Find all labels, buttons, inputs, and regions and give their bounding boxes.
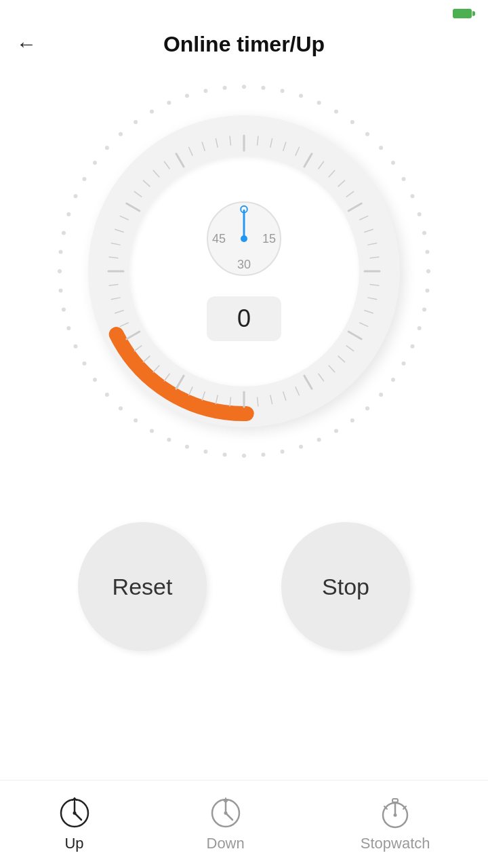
svg-point-18 — [418, 326, 422, 330]
svg-point-56 — [167, 101, 171, 105]
svg-line-113 — [143, 180, 150, 186]
svg-line-99 — [143, 356, 150, 362]
reset-button[interactable]: Reset — [78, 522, 207, 651]
svg-line-65 — [296, 147, 299, 155]
svg-point-17 — [422, 308, 426, 312]
page-title: Online timer/Up — [163, 32, 325, 57]
svg-line-90 — [258, 397, 258, 406]
svg-point-59 — [223, 85, 227, 90]
svg-line-77 — [370, 285, 379, 285]
inner-circle: 45 15 30 0 — [129, 156, 359, 387]
header: ← Online timer/Up — [0, 27, 488, 68]
tab-bar: Up Down Stopwatch — [0, 780, 488, 868]
svg-line-119 — [216, 138, 218, 147]
svg-line-101 — [127, 332, 140, 339]
svg-point-49 — [74, 194, 78, 198]
tab-stopwatch[interactable]: Stopwatch — [361, 797, 430, 852]
svg-line-70 — [346, 191, 354, 197]
svg-line-111 — [127, 203, 140, 211]
svg-point-35 — [150, 429, 154, 433]
clock-outer-ring: // We'll do this inline via JS after loa… — [54, 81, 434, 461]
svg-line-62 — [258, 136, 258, 145]
battery-icon — [453, 9, 472, 18]
svg-line-71 — [348, 203, 361, 211]
svg-line-93 — [216, 395, 218, 404]
svg-line-86 — [304, 376, 312, 389]
tab-down[interactable]: Down — [207, 797, 245, 852]
svg-point-31 — [223, 453, 227, 457]
svg-rect-129 — [392, 799, 398, 802]
svg-line-114 — [153, 170, 159, 177]
svg-point-27 — [299, 445, 303, 449]
buttons-area: Reset Stop — [0, 495, 488, 678]
svg-point-34 — [167, 437, 171, 441]
svg-line-92 — [230, 397, 230, 406]
svg-point-10 — [402, 177, 406, 181]
svg-point-46 — [58, 250, 62, 254]
svg-line-83 — [338, 356, 345, 362]
svg-point-124 — [73, 811, 76, 814]
svg-line-108 — [111, 243, 120, 245]
svg-line-95 — [189, 387, 192, 395]
svg-line-105 — [109, 285, 118, 285]
svg-line-64 — [283, 142, 286, 151]
svg-point-28 — [281, 450, 285, 454]
svg-line-79 — [365, 311, 373, 313]
mini-clock: 45 15 30 — [207, 201, 281, 276]
svg-line-87 — [296, 387, 299, 395]
svg-line-112 — [134, 191, 142, 197]
svg-point-11 — [410, 194, 414, 198]
svg-line-66 — [304, 154, 312, 167]
status-bar — [0, 0, 488, 27]
svg-line-97 — [164, 374, 169, 381]
svg-point-13 — [422, 231, 426, 235]
svg-line-67 — [319, 161, 324, 169]
svg-line-110 — [120, 216, 128, 220]
main-dial[interactable]: 45 15 30 0 — [88, 115, 400, 427]
svg-line-109 — [115, 229, 123, 232]
timer-value: 0 — [207, 296, 281, 341]
svg-line-75 — [370, 257, 379, 258]
svg-point-30 — [242, 454, 246, 458]
svg-point-58 — [203, 89, 207, 93]
svg-line-116 — [176, 154, 184, 167]
svg-point-5 — [334, 109, 338, 113]
svg-line-100 — [134, 346, 142, 351]
back-button[interactable]: ← — [16, 34, 37, 54]
svg-point-44 — [58, 288, 62, 292]
svg-point-33 — [185, 445, 189, 449]
center-dot — [241, 235, 247, 242]
svg-point-126 — [224, 811, 227, 814]
stop-button[interactable]: Stop — [281, 522, 410, 651]
svg-line-103 — [115, 311, 123, 313]
tab-up-label: Up — [64, 835, 83, 852]
svg-line-107 — [109, 257, 118, 258]
svg-point-50 — [82, 177, 86, 181]
svg-point-47 — [62, 231, 66, 235]
svg-line-120 — [230, 136, 230, 145]
svg-point-55 — [150, 109, 154, 113]
tab-down-label: Down — [207, 835, 245, 852]
svg-point-41 — [74, 344, 78, 349]
svg-point-32 — [203, 450, 207, 454]
svg-point-0 — [242, 85, 246, 89]
svg-point-16 — [426, 288, 430, 292]
svg-point-57 — [185, 94, 189, 98]
svg-point-15 — [426, 269, 430, 273]
svg-line-72 — [360, 216, 368, 220]
svg-point-4 — [317, 101, 321, 105]
svg-point-45 — [58, 269, 62, 273]
svg-point-29 — [261, 453, 265, 457]
tab-up[interactable]: Up — [58, 797, 91, 852]
svg-line-82 — [346, 346, 354, 351]
svg-line-80 — [360, 323, 368, 326]
stopwatch-icon — [379, 797, 411, 829]
svg-point-1 — [261, 85, 265, 90]
svg-line-118 — [202, 142, 205, 151]
svg-line-78 — [368, 298, 377, 300]
svg-line-88 — [283, 392, 286, 400]
svg-line-94 — [202, 392, 205, 400]
svg-line-117 — [189, 147, 192, 155]
svg-point-48 — [66, 212, 70, 216]
svg-point-12 — [418, 212, 422, 216]
